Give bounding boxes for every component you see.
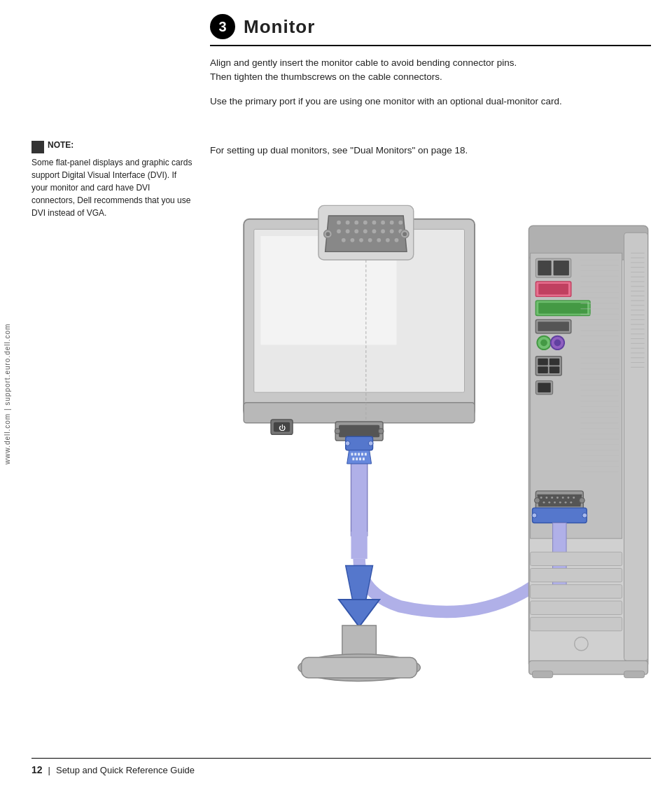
svg-point-156 xyxy=(398,221,402,225)
svg-point-94 xyxy=(570,502,572,504)
svg-point-70 xyxy=(540,340,547,347)
svg-marker-81 xyxy=(537,495,582,506)
svg-rect-27 xyxy=(302,658,417,678)
svg-point-153 xyxy=(372,221,377,225)
svg-point-160 xyxy=(363,229,368,233)
svg-point-170 xyxy=(386,238,390,242)
svg-point-72 xyxy=(554,340,561,347)
svg-point-162 xyxy=(381,229,385,233)
note-label: NOTE: xyxy=(48,140,74,150)
illustration: ⏻ xyxy=(203,175,658,732)
svg-rect-14 xyxy=(354,453,356,456)
svg-point-88 xyxy=(573,497,575,499)
note-text: Some flat-panel displays and graphic car… xyxy=(31,156,192,219)
svg-point-84 xyxy=(551,497,553,499)
svg-point-166 xyxy=(351,238,355,242)
svg-point-161 xyxy=(372,229,377,233)
svg-rect-179 xyxy=(624,671,644,678)
step-number: 3 xyxy=(210,14,235,39)
desc-line1: Align and gently insert the monitor cabl… xyxy=(210,56,651,85)
footer: 12 | Setup and Quick Reference Guide xyxy=(31,758,651,775)
svg-point-149 xyxy=(337,221,341,225)
footer-separator: | xyxy=(48,765,50,775)
step-title: Monitor xyxy=(244,16,315,38)
svg-rect-21 xyxy=(363,457,365,460)
svg-point-158 xyxy=(346,229,350,233)
svg-rect-66 xyxy=(538,303,587,314)
svg-point-85 xyxy=(556,497,559,499)
svg-point-92 xyxy=(559,502,561,504)
svg-point-165 xyxy=(342,238,346,242)
svg-point-86 xyxy=(562,497,564,499)
svg-point-173 xyxy=(326,232,330,236)
svg-rect-74 xyxy=(538,359,548,366)
svg-rect-103 xyxy=(531,585,622,598)
desc-line3: Use the primary port if you are using on… xyxy=(210,95,651,109)
svg-rect-79 xyxy=(538,383,550,393)
svg-rect-101 xyxy=(531,552,622,565)
svg-point-7 xyxy=(378,429,384,434)
svg-rect-64 xyxy=(538,284,568,295)
svg-point-11 xyxy=(368,441,373,446)
svg-marker-24 xyxy=(339,600,379,627)
svg-point-151 xyxy=(354,221,358,225)
svg-point-87 xyxy=(567,497,569,499)
svg-point-10 xyxy=(345,441,350,446)
svg-point-167 xyxy=(359,238,363,242)
svg-rect-19 xyxy=(356,457,358,460)
svg-rect-18 xyxy=(352,457,354,460)
description-area: Align and gently insert the monitor cabl… xyxy=(210,56,651,118)
svg-point-169 xyxy=(377,238,381,242)
svg-point-159 xyxy=(354,229,358,233)
step-header: 3 Monitor xyxy=(210,14,651,46)
svg-rect-13 xyxy=(351,453,353,456)
svg-point-99 xyxy=(582,513,587,518)
svg-rect-17 xyxy=(365,453,367,456)
svg-rect-105 xyxy=(531,617,622,630)
svg-rect-33 xyxy=(624,233,648,661)
svg-point-91 xyxy=(554,502,556,504)
svg-marker-12 xyxy=(347,450,372,464)
svg-rect-76 xyxy=(550,359,560,366)
svg-point-90 xyxy=(548,502,550,504)
svg-point-150 xyxy=(346,221,350,225)
page-number: 12 xyxy=(31,764,43,775)
svg-rect-75 xyxy=(538,366,548,373)
svg-point-163 xyxy=(390,229,394,233)
svg-point-96 xyxy=(579,498,584,504)
svg-point-95 xyxy=(534,498,540,504)
note-section: NOTE: Some flat-panel displays and graph… xyxy=(31,140,192,219)
svg-rect-61 xyxy=(538,261,551,275)
svg-rect-5 xyxy=(339,425,379,437)
svg-point-82 xyxy=(540,497,542,499)
svg-point-152 xyxy=(363,221,368,225)
svg-point-93 xyxy=(565,502,567,504)
svg-point-168 xyxy=(368,238,372,242)
svg-rect-16 xyxy=(361,453,363,456)
svg-point-83 xyxy=(545,497,547,499)
svg-point-175 xyxy=(402,232,407,236)
svg-rect-178 xyxy=(533,671,553,678)
svg-rect-15 xyxy=(358,453,360,456)
desc-line4: For setting up dual monitors, see "Dual … xyxy=(210,144,651,158)
svg-rect-68 xyxy=(538,322,569,331)
svg-point-155 xyxy=(390,221,394,225)
svg-point-154 xyxy=(381,221,385,225)
svg-point-157 xyxy=(337,229,341,233)
svg-rect-77 xyxy=(550,366,560,373)
side-url: www.dell.com | support.euro.dell.com xyxy=(0,0,14,788)
svg-rect-20 xyxy=(359,457,361,460)
note-icon xyxy=(31,141,44,153)
svg-rect-104 xyxy=(531,601,622,614)
svg-rect-62 xyxy=(554,261,569,275)
footer-guide-title: Setup and Quick Reference Guide xyxy=(56,765,195,775)
svg-point-89 xyxy=(543,502,545,504)
svg-point-98 xyxy=(532,513,537,518)
svg-point-171 xyxy=(395,238,399,242)
svg-point-6 xyxy=(335,429,340,434)
svg-text:⏻: ⏻ xyxy=(279,424,286,431)
svg-rect-102 xyxy=(531,568,622,581)
svg-point-106 xyxy=(575,637,588,650)
svg-rect-97 xyxy=(533,508,587,523)
